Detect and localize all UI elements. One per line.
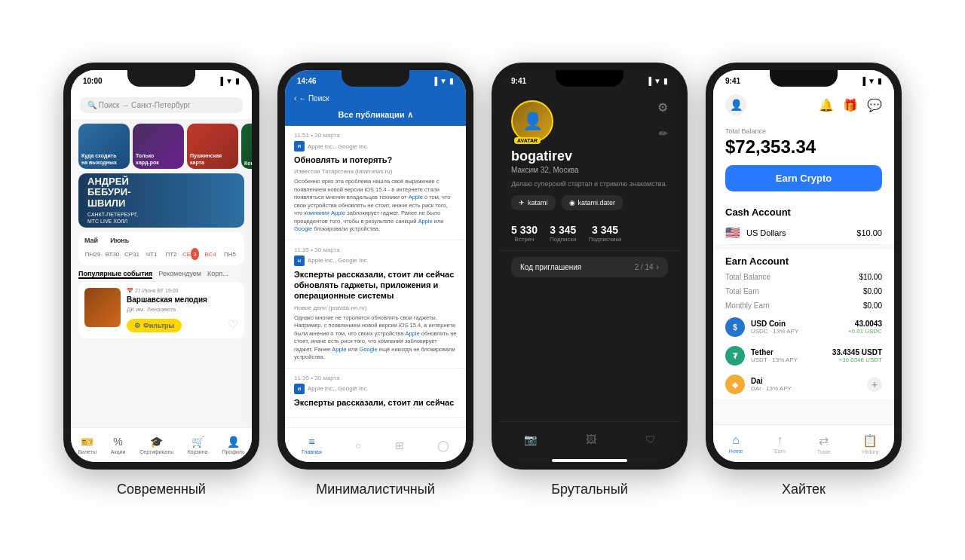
phone1-nav-actions-label: Акции: [111, 449, 126, 454]
phone1-cal-days: ПН29 ВТ30 СР31 ЧТ1 ПТ2 СБ3 ВС4 ПН5: [84, 247, 238, 261]
phone1-promo-banner[interactable]: АНДРЕЙБЕБУРИ-ШВИЛИ САНКТ-ПЕТЕРБУРГ,МТС L…: [78, 173, 244, 228]
phone1-screen: 10:00 ▐ ▼ ▮ 🔍 Поиск → Санкт-Петербург: [71, 70, 252, 462]
phone2-nav-2[interactable]: ○: [355, 439, 361, 451]
phone1-wrapper: 10:00 ▐ ▼ ▮ 🔍 Поиск → Санкт-Петербург: [63, 63, 259, 497]
phone1-cal-day-mon[interactable]: ПН29: [84, 247, 101, 261]
phone1-nav-tickets-label: Билеты: [78, 449, 96, 454]
phone1-nav-certs[interactable]: 🎓 Сертификаты: [139, 436, 173, 454]
phone4-dai-add-btn[interactable]: +: [867, 377, 882, 392]
phone4-dai-apy: DAI · 13% APY: [751, 385, 861, 392]
phone1-notch: [127, 70, 195, 87]
phone1-nav-cart[interactable]: 🛒 Корзина: [188, 436, 208, 454]
phone4-wrapper: 9:41 ▐ ▼ ▮ 👤 🔔 🎁 💬: [706, 63, 902, 497]
phone3-nav-shield[interactable]: 🛡: [645, 433, 656, 445]
phone1-favorite-icon[interactable]: ♡: [228, 317, 238, 332]
phone4-cash-title: Cash Account: [713, 200, 894, 221]
phone1-cal-day-mon2[interactable]: ПН5: [222, 247, 238, 261]
phone1-cal-day-fri[interactable]: ПТ2: [163, 247, 179, 261]
phone1-search-bar: 🔍 Поиск → Санкт-Петербург: [71, 91, 252, 119]
phone4-earn-total-earn: Total Earn $0.00: [713, 284, 894, 298]
phone1-cal-day-thu[interactable]: ЧТ1: [143, 247, 160, 261]
phone4-nav-history[interactable]: 📋 History: [862, 433, 878, 454]
phone4-tether-info: Tether USDT · 13% APY: [751, 348, 826, 363]
phone2-nav-2-icon: ○: [355, 439, 361, 451]
phone1-event-date: 27 Июня ВТ 19:00: [135, 288, 179, 293]
phone1-cal-day-sat[interactable]: СБ3: [182, 247, 199, 261]
phone1-nav-profile[interactable]: 👤 Профиль: [222, 436, 244, 454]
phone3-invite-chevron: ›: [657, 263, 659, 271]
phone3-katami-dater-icon: ◉: [569, 199, 575, 207]
phone2-nav-4[interactable]: ◯: [437, 439, 449, 451]
phone2-article-1[interactable]: 11:51 • 30 марта И Apple Inc., Google In…: [285, 126, 466, 240]
phone1-cal-day-tue[interactable]: ВТ30: [104, 247, 121, 261]
phone1-tab-recommend[interactable]: Рекомендуем: [158, 270, 201, 279]
phone2-nav-3-icon: ⊞: [395, 439, 404, 451]
phone1-search-placeholder: Поиск → Санкт-Петербург: [99, 101, 191, 109]
phone4-tether-icon: ₮: [725, 346, 745, 366]
phone2-article2-source-icon: Н: [294, 256, 305, 266]
phone4-nav-earn[interactable]: ↑ Earn: [774, 433, 786, 454]
phone4-usdc-info: USD Coin USDC · 13% APY: [751, 320, 842, 335]
phone4-crypto-usdc[interactable]: $ USD Coin USDC · 13% APY 43.0043 +0.01 …: [713, 313, 894, 341]
phone3-katami-icon: ✈: [519, 199, 525, 207]
phone3-invite-row[interactable]: Код приглашения 2 / 14 ›: [511, 257, 668, 277]
phone4-nav-home[interactable]: ⌂ Home: [729, 433, 743, 454]
phone2-nav-home[interactable]: ≡ Главная: [302, 436, 322, 454]
phone4-nav-trade[interactable]: ⇄ Trade: [817, 433, 831, 454]
phone2-article1-source-text: Apple Inc., Google Inc.: [308, 143, 369, 150]
phone4-avatar-icon[interactable]: 👤: [725, 94, 746, 115]
phone3-nav-camera[interactable]: 📷: [524, 433, 537, 445]
phone1-banner-4[interactable]: Конц...: [241, 124, 252, 169]
phone1-cal-day-wed[interactable]: СР31: [124, 247, 140, 261]
phone4-crypto-dai[interactable]: ◈ Dai DAI · 13% APY +: [713, 370, 894, 399]
phone2-article-3[interactable]: 11:35 • 30 марта И Apple Inc., Google In…: [285, 369, 466, 418]
phone4-usd-amount: $10.00: [856, 228, 882, 237]
phone1-tab-popular[interactable]: Популярные события: [78, 270, 152, 279]
phone3-meets-num: 5 330: [511, 224, 538, 236]
phone1-search-input[interactable]: 🔍 Поиск → Санкт-Петербург: [80, 97, 243, 113]
phone2-status-icons: ▐ ▼ ▮: [432, 77, 454, 85]
phone3-stat-meets: 5 330 Встреч: [511, 224, 538, 243]
phone4-earn-total-earn-label: Total Earn: [725, 287, 759, 295]
phone1-banner-1[interactable]: Куда сходитьна выходных: [78, 124, 130, 169]
phone2-filter-bar[interactable]: Все публикации ∧: [285, 107, 466, 126]
phone3-nav-gallery[interactable]: 🖼: [586, 433, 596, 445]
phone3-notch: [556, 70, 623, 87]
phones-container: 10:00 ▐ ▼ ▮ 🔍 Поиск → Санкт-Петербург: [63, 63, 902, 497]
phone4-earn-section: Earn Account Total Balance $10.00 Total …: [713, 249, 894, 399]
phone2-time: 14:46: [297, 77, 317, 85]
phone3-subs-label: Подписки: [550, 236, 576, 243]
phone1-nav-actions[interactable]: % Акции: [111, 436, 126, 454]
phone3-social-katami[interactable]: ✈ katami: [511, 195, 556, 210]
phone4-nav-earn-icon: ↑: [777, 433, 783, 447]
phone1-banner-3[interactable]: Пушкинскаякарта: [187, 124, 238, 169]
phone3-battery: ▮: [663, 77, 668, 85]
phone1-cal-day-sun[interactable]: ВС4: [202, 247, 219, 261]
phone2-article1-pub: Известия Татарстана (tatarnews.ru): [294, 168, 457, 175]
phone3-invite-text: Код приглашения: [520, 263, 581, 271]
phone1-event-card[interactable]: 📅 27 Июня ВТ 19:00 Варшавская мелодия ДК…: [78, 282, 244, 338]
phone1-nav-tickets[interactable]: 🎫 Билеты: [78, 436, 96, 454]
phone1-banner-2[interactable]: Толькохард-рок: [133, 124, 184, 169]
phone2-article-2[interactable]: 11:35 • 30 марта Н Apple Inc., Google In…: [285, 240, 466, 369]
phone2-nav-3[interactable]: ⊞: [395, 439, 404, 451]
phone4-earn-crypto-btn[interactable]: Earn Crypto: [725, 165, 882, 191]
phone4-gift-icon[interactable]: 🎁: [843, 98, 858, 112]
phone1-tab-corp[interactable]: Корп...: [207, 270, 228, 279]
phone1-filter-btn[interactable]: ⚙ Фильтры: [127, 319, 182, 332]
phone4-signal: ▐: [860, 77, 865, 85]
phone1-time: 10:00: [83, 77, 103, 85]
phone4-earn-title: Earn Account: [713, 249, 894, 270]
phone2-article1-source-icon: И: [294, 141, 305, 151]
phone4-cash-row-usd[interactable]: 🇺🇸 US Dollars $10.00: [713, 221, 894, 244]
phone2-nav-home-icon: ≡: [308, 436, 314, 448]
phone4-tether-change: +30.0346 USDT: [832, 357, 882, 363]
phone2-back-bar[interactable]: ‹ ← Поиск: [285, 91, 466, 107]
phone4-bell-icon[interactable]: 🔔: [819, 98, 834, 112]
phone4-usd-flag: 🇺🇸: [725, 225, 740, 240]
phone3-social-katami-dater[interactable]: ◉ katami.dater: [562, 195, 623, 210]
phone4-chat-icon[interactable]: 💬: [867, 98, 882, 112]
phone4-crypto-usdt[interactable]: ₮ Tether USDT · 13% APY 33.4345 USDT +30…: [713, 341, 894, 370]
phone4-nav-home-icon: ⌂: [732, 433, 740, 447]
phone3-label: Брутальный: [551, 482, 628, 497]
